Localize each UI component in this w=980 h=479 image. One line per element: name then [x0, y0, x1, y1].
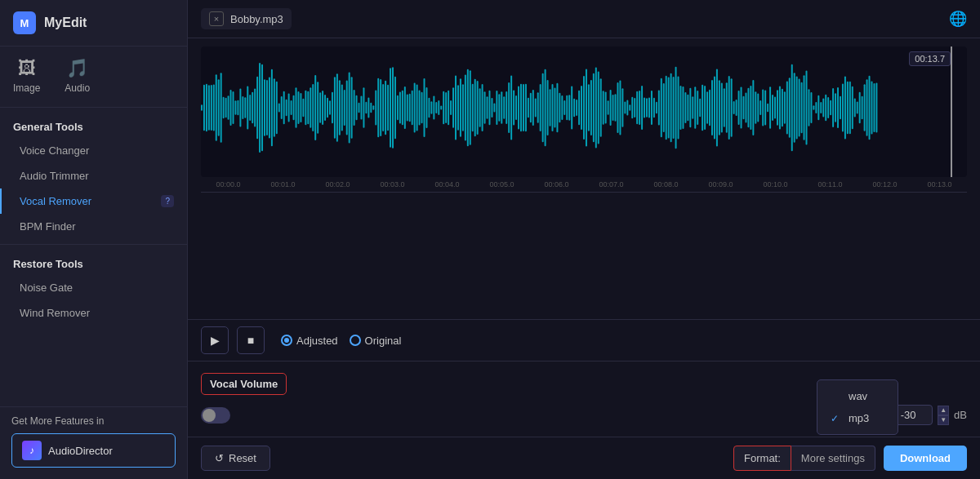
- svg-rect-134: [525, 84, 527, 131]
- svg-rect-158: [583, 76, 585, 140]
- db-increment-button[interactable]: ▲: [938, 406, 949, 415]
- svg-rect-12: [230, 90, 232, 126]
- svg-rect-180: [636, 91, 638, 125]
- tick-7: 00:07.0: [584, 180, 639, 188]
- svg-rect-56: [336, 73, 338, 142]
- svg-rect-172: [617, 82, 618, 133]
- svg-rect-258: [825, 95, 826, 121]
- bpm-finder-label: BPM Finder: [20, 220, 76, 233]
- media-tabs: 🖼 Image 🎵 Audio: [0, 47, 187, 102]
- svg-rect-62: [351, 77, 353, 138]
- svg-rect-131: [518, 86, 519, 129]
- svg-rect-271: [857, 101, 858, 113]
- vocal-remover-label: Vocal Remover: [20, 195, 91, 207]
- vocal-volume-toggle[interactable]: [201, 407, 230, 424]
- svg-rect-186: [651, 91, 653, 125]
- svg-rect-264: [840, 96, 841, 120]
- tab-audio[interactable]: 🎵 Audio: [65, 58, 90, 94]
- more-settings-button[interactable]: More settings: [791, 446, 875, 471]
- svg-rect-27: [266, 80, 268, 135]
- svg-rect-227: [750, 86, 751, 130]
- format-option-wav[interactable]: wav: [817, 385, 898, 407]
- sidebar-item-voice-changer[interactable]: Voice Changer: [0, 138, 187, 163]
- play-button[interactable]: ▶: [201, 326, 229, 354]
- download-button[interactable]: Download: [884, 446, 967, 471]
- reset-button[interactable]: ↺ Reset: [201, 446, 270, 471]
- svg-rect-212: [714, 77, 715, 140]
- tab-image[interactable]: 🖼 Image: [13, 58, 40, 94]
- svg-rect-136: [530, 93, 532, 123]
- svg-rect-34: [283, 91, 285, 125]
- svg-rect-76: [385, 81, 386, 135]
- svg-rect-225: [745, 93, 746, 123]
- logo-letter: M: [20, 17, 29, 29]
- svg-rect-246: [796, 77, 798, 140]
- svg-rect-164: [598, 71, 599, 144]
- svg-rect-278: [873, 83, 875, 132]
- timeline: 00:00.0 00:01.0 00:02.0 00:03.0 00:04.0 …: [201, 177, 967, 193]
- adjusted-radio-circle: [281, 335, 292, 346]
- sidebar-item-wind-remover[interactable]: Wind Remover: [0, 300, 187, 326]
- svg-rect-5: [213, 84, 215, 131]
- close-icon: ×: [214, 14, 219, 24]
- svg-rect-174: [621, 88, 623, 126]
- tick-10: 00:10.0: [748, 180, 803, 188]
- format-option-mp3[interactable]: ✓ mp3: [817, 407, 898, 429]
- svg-rect-236: [772, 95, 773, 121]
- svg-rect-87: [412, 91, 413, 126]
- tick-8: 00:08.0: [639, 180, 693, 188]
- sidebar-item-audio-trimmer[interactable]: Audio Trimmer: [0, 163, 187, 188]
- svg-rect-239: [779, 86, 781, 129]
- svg-rect-242: [786, 81, 788, 134]
- stop-button[interactable]: ■: [237, 326, 265, 354]
- svg-rect-130: [515, 95, 517, 120]
- svg-rect-102: [448, 91, 449, 125]
- db-decrement-button[interactable]: ▼: [938, 415, 949, 425]
- audiodirector-button[interactable]: ♪ AudioDirector: [11, 433, 176, 468]
- svg-rect-114: [477, 81, 479, 135]
- original-radio-circle: [350, 335, 361, 346]
- reset-label: Reset: [229, 452, 256, 464]
- mp3-checkmark: ✓: [831, 413, 842, 424]
- svg-rect-125: [503, 96, 505, 118]
- svg-rect-8: [220, 73, 222, 142]
- svg-rect-75: [382, 84, 384, 131]
- svg-rect-15: [237, 100, 238, 115]
- svg-rect-68: [365, 102, 367, 113]
- svg-rect-213: [716, 69, 718, 147]
- svg-rect-240: [782, 89, 783, 126]
- svg-rect-23: [256, 77, 258, 140]
- svg-rect-52: [327, 98, 328, 118]
- svg-rect-10: [225, 98, 227, 118]
- svg-rect-209: [706, 91, 708, 123]
- svg-rect-147: [556, 83, 558, 132]
- sidebar-divider-1: [0, 107, 187, 108]
- svg-rect-199: [682, 86, 684, 129]
- sidebar-item-vocal-remover[interactable]: Vocal Remover ?: [0, 188, 187, 214]
- svg-rect-226: [747, 88, 749, 128]
- svg-rect-54: [332, 92, 333, 123]
- svg-rect-28: [269, 77, 270, 138]
- svg-rect-57: [339, 80, 341, 135]
- svg-rect-192: [666, 76, 667, 140]
- image-icon: 🖼: [18, 58, 36, 79]
- svg-rect-274: [864, 84, 866, 131]
- original-radio[interactable]: Original: [350, 335, 402, 347]
- svg-rect-77: [387, 85, 389, 131]
- globe-icon[interactable]: 🌐: [949, 10, 967, 28]
- format-button[interactable]: Format:: [733, 446, 791, 471]
- help-badge[interactable]: ?: [161, 195, 174, 207]
- svg-rect-36: [288, 94, 290, 122]
- sidebar-item-bpm-finder[interactable]: BPM Finder: [0, 214, 187, 239]
- svg-rect-11: [228, 95, 229, 120]
- svg-rect-95: [430, 101, 432, 114]
- adjusted-radio[interactable]: Adjusted: [281, 335, 338, 347]
- svg-rect-32: [278, 103, 280, 112]
- sidebar-item-noise-gate[interactable]: Noise Gate: [0, 275, 187, 300]
- svg-rect-132: [520, 84, 522, 131]
- svg-rect-73: [377, 78, 379, 138]
- close-file-button[interactable]: ×: [209, 11, 224, 26]
- svg-rect-6: [216, 74, 217, 140]
- svg-rect-255: [817, 95, 819, 120]
- svg-rect-43: [305, 91, 306, 126]
